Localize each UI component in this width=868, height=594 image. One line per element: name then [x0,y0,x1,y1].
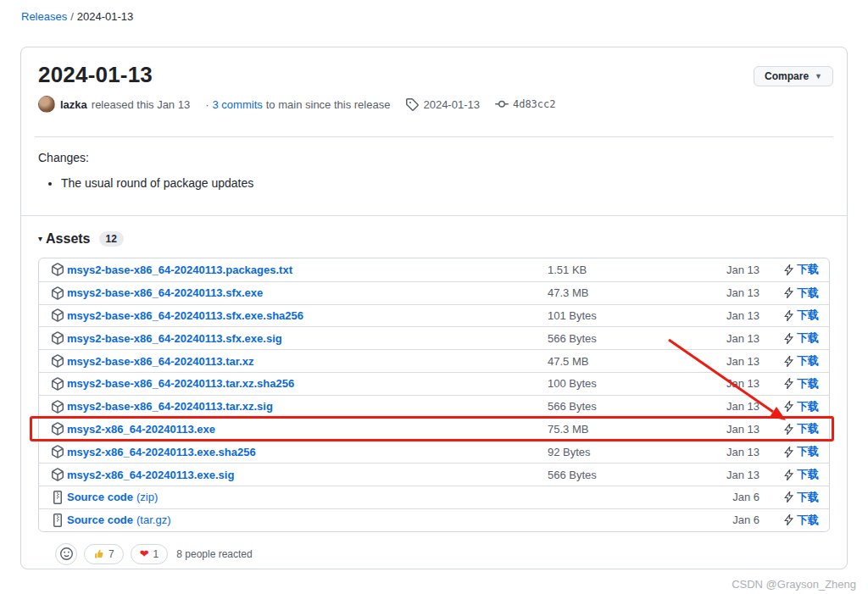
download-link[interactable]: 下载 [760,444,819,459]
lightning-download-icon [783,378,794,389]
table-row: msys2-base-x86_64-20240113.packages.txt … [39,258,829,281]
commits-link[interactable]: 3 commits [213,98,263,111]
download-label: 下载 [797,467,819,482]
author-link[interactable]: lazka [60,98,87,111]
asset-date: Jan 13 [700,309,760,322]
download-label: 下载 [797,308,819,323]
breadcrumb-separator: / [70,10,74,23]
table-row: msys2-base-x86_64-20240113.sfx.exe.sig 5… [39,326,829,349]
package-icon [51,445,64,458]
package-icon [51,331,64,345]
file-zip-icon [51,514,64,527]
changes-label: Changes: [38,151,830,164]
asset-size: 47.3 MB [548,286,700,299]
asset-link[interactable]: Source code [67,514,133,526]
asset-size: 101 Bytes [548,309,700,322]
dot-separator: · [205,98,209,111]
thumbs-up-reaction[interactable]: 7 [84,544,124,564]
assets-section: ▾Assets 12 msys2-base-x86_64-20240113.pa… [21,216,847,565]
download-link[interactable]: 下载 [760,353,819,369]
asset-size: 566 Bytes [548,332,700,345]
breadcrumb-current: 2024-01-13 [77,10,134,23]
lightning-download-icon [783,310,794,321]
asset-link[interactable]: msys2-base-x86_64-20240113.tar.xz.sig [67,400,273,413]
download-link[interactable]: 下载 [760,513,819,528]
add-reaction-button[interactable] [55,543,77,565]
asset-date: Jan 13 [700,377,760,390]
download-link[interactable]: 下载 [760,490,819,505]
asset-size: 1.51 KB [548,264,700,276]
asset-date: Jan 6 [700,514,760,526]
triangle-down-icon: ▾ [38,234,42,243]
asset-size: 47.5 MB [548,355,700,368]
asset-size: 566 Bytes [548,469,700,481]
table-row: msys2-base-x86_64-20240113.tar.xz.sig 56… [39,395,829,418]
download-label: 下载 [797,490,819,505]
watermark: CSDN @Grayson_Zheng [732,578,856,591]
download-label: 下载 [797,376,819,391]
table-row: msys2-x86_64-20240113.exe.sig 566 Bytes … [39,463,829,486]
download-link[interactable]: 下载 [760,399,819,414]
download-label: 下载 [797,444,819,459]
asset-date: Jan 13 [700,355,760,368]
asset-link[interactable]: msys2-base-x86_64-20240113.sfx.exe [67,286,263,299]
asset-link[interactable]: msys2-base-x86_64-20240113.sfx.exe.sha25… [67,309,303,322]
released-text: released this Jan 13 [92,98,190,111]
asset-date: Jan 13 [700,446,760,458]
download-link[interactable]: 下载 [760,286,819,301]
package-icon [51,422,64,436]
download-link[interactable]: 下载 [760,467,819,482]
download-label: 下载 [797,330,819,346]
asset-link-suffix[interactable]: (tar.gz) [136,514,170,526]
table-row: msys2-x86_64-20240113.exe 75.3 MB Jan 13… [39,418,829,441]
asset-link[interactable]: msys2-x86_64-20240113.exe.sig [67,469,234,481]
release-notes: Changes: The usual round of package upda… [21,137,847,192]
avatar[interactable] [38,96,55,113]
package-icon [51,308,64,322]
download-label: 下载 [797,421,819,436]
commits-suffix: to main since this release [266,98,391,111]
download-link[interactable]: 下载 [760,421,819,436]
download-link[interactable]: 下载 [760,376,819,391]
asset-date: Jan 13 [700,423,760,436]
page-title: 2024-01-13 [38,61,153,88]
table-row: Source code (zip) Jan 6 下载 [39,486,829,508]
asset-date: Jan 13 [700,400,760,413]
lightning-download-icon [783,356,794,367]
reactions-summary: 8 people reacted [176,548,252,560]
package-icon [51,400,64,414]
asset-date: Jan 13 [700,332,760,345]
download-link[interactable]: 下载 [760,308,819,323]
asset-link[interactable]: msys2-x86_64-20240113.exe [67,423,215,436]
asset-link-suffix[interactable]: (zip) [136,491,158,503]
package-icon [51,286,64,300]
changes-item: The usual round of package updates [61,175,830,192]
asset-date: Jan 13 [700,286,760,299]
asset-link[interactable]: msys2-base-x86_64-20240113.packages.txt [67,264,292,276]
asset-link[interactable]: Source code [67,491,133,503]
assets-toggle[interactable]: ▾Assets [38,231,91,247]
download-label: 下载 [797,399,819,414]
breadcrumb-releases-link[interactable]: Releases [21,10,67,23]
compare-button[interactable]: Compare ▼ [754,66,833,86]
tag-name[interactable]: 2024-01-13 [423,98,480,111]
asset-link[interactable]: msys2-base-x86_64-20240113.sfx.exe.sig [67,332,282,345]
assets-title-label: Assets [46,231,90,246]
asset-link[interactable]: msys2-x86_64-20240113.exe.sha256 [67,446,256,458]
commit-sha[interactable]: 4d83cc2 [513,98,556,110]
download-link[interactable]: 下载 [760,262,819,277]
table-row: Source code (tar.gz) Jan 6 下载 [39,508,829,531]
lightning-download-icon [783,469,794,480]
download-label: 下载 [797,262,819,277]
table-row: msys2-base-x86_64-20240113.sfx.exe 47.3 … [39,281,829,304]
heart-reaction[interactable]: ❤ 1 [131,544,169,564]
table-row: msys2-base-x86_64-20240113.tar.xz.sha256… [39,372,829,395]
tag-icon [405,97,419,111]
release-card: 2024-01-13 Compare ▼ lazka released this… [20,47,848,569]
asset-link[interactable]: msys2-base-x86_64-20240113.tar.xz [67,355,253,368]
asset-link[interactable]: msys2-base-x86_64-20240113.tar.xz.sha256 [67,377,294,390]
commit-icon [495,97,509,111]
lightning-download-icon [783,447,794,458]
download-link[interactable]: 下载 [760,330,819,346]
asset-date: Jan 13 [700,469,760,481]
